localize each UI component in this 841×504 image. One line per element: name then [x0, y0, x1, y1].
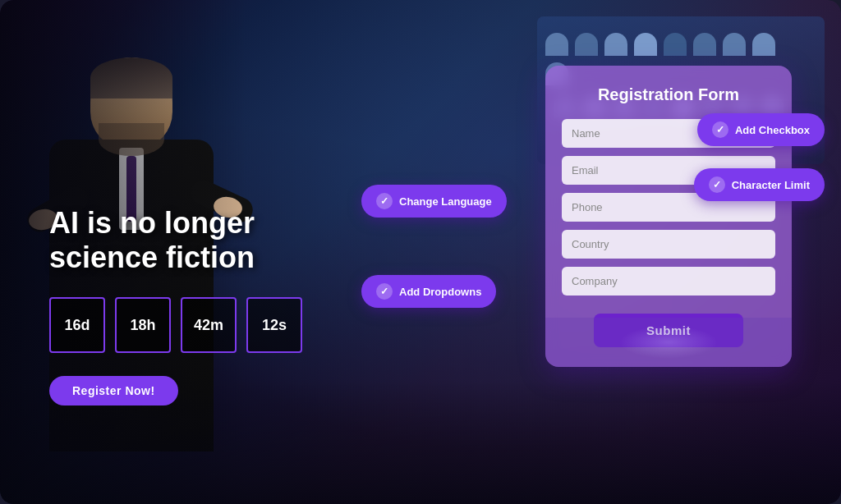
character-limit-button[interactable]: ✓ Character Limit: [694, 168, 825, 201]
headline: AI is no longer science fiction: [49, 206, 361, 274]
add-dropdowns-button[interactable]: ✓ Add Dropdowns: [361, 275, 496, 308]
registration-form-panel: Registration Form Submit: [545, 66, 792, 367]
add-checkbox-button[interactable]: ✓ Add Checkbox: [697, 113, 825, 146]
company-input[interactable]: [562, 267, 775, 296]
countdown-hours: 18h: [115, 297, 171, 353]
check-icon-dropdowns: ✓: [376, 283, 393, 300]
character-limit-label: Character Limit: [732, 179, 810, 191]
add-dropdowns-label: Add Dropdowns: [399, 286, 481, 298]
countdown-days: 16d: [49, 297, 105, 353]
change-language-button[interactable]: ✓ Change Language: [361, 185, 507, 218]
add-checkbox-label: Add Checkbox: [735, 124, 810, 136]
smoke-decoration: [619, 326, 718, 359]
form-bottom-decoration: [545, 318, 792, 367]
change-language-label: Change Language: [399, 195, 492, 208]
countdown-seconds: 12s: [246, 297, 302, 353]
countdown-row: 16d 18h 42m 12s: [49, 297, 361, 353]
register-now-button[interactable]: Register Now!: [49, 376, 178, 405]
left-content: AI is no longer science fiction 16d 18h …: [49, 206, 361, 405]
country-input[interactable]: [562, 230, 775, 259]
check-icon-character: ✓: [709, 176, 725, 193]
check-icon-language: ✓: [376, 193, 393, 209]
scene: AI is no longer science fiction 16d 18h …: [0, 0, 841, 504]
check-icon-checkbox: ✓: [712, 121, 728, 138]
form-title: Registration Form: [562, 85, 775, 104]
countdown-minutes: 42m: [181, 297, 237, 353]
